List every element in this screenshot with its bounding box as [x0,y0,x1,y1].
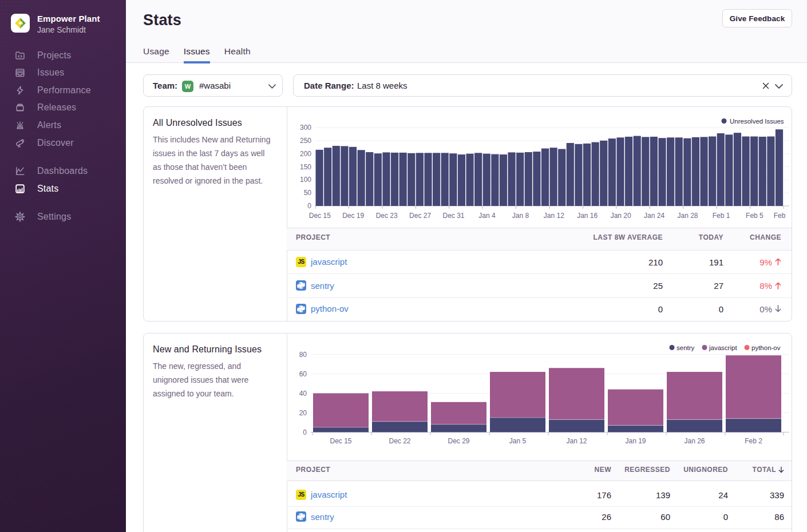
svg-text:Dec 15: Dec 15 [309,212,331,220]
svg-text:0: 0 [307,202,311,210]
svg-text:Dec 23: Dec 23 [376,212,398,220]
svg-text:Dec 19: Dec 19 [342,212,364,220]
svg-text:20: 20 [299,409,307,417]
svg-text:50: 50 [304,189,312,197]
svg-text:Jan 12: Jan 12 [566,437,587,445]
svg-text:sentry: sentry [677,344,695,351]
svg-text:Jan 20: Jan 20 [611,212,631,220]
svg-text:Dec 27: Dec 27 [409,212,431,220]
svg-text:Jan 28: Jan 28 [677,212,698,220]
svg-text:100: 100 [300,176,311,184]
svg-text:Dec 15: Dec 15 [330,437,351,445]
svg-text:Feb 2: Feb 2 [745,437,762,445]
svg-text:python-ov: python-ov [751,344,781,351]
svg-text:Jan 8: Jan 8 [512,212,529,220]
svg-text:Jan 24: Jan 24 [644,212,664,220]
svg-text:Jan 16: Jan 16 [577,212,598,220]
svg-text:Dec 29: Dec 29 [448,437,469,445]
svg-text:250: 250 [300,137,311,145]
svg-text:Jan 5: Jan 5 [509,437,527,445]
svg-text:Feb 1: Feb 1 [713,212,730,220]
svg-text:Jan 26: Jan 26 [684,437,705,445]
svg-text:40: 40 [299,390,307,398]
svg-text:150: 150 [300,163,311,171]
svg-text:Jan 4: Jan 4 [478,212,496,220]
svg-text:Feb 5: Feb 5 [746,212,764,220]
svg-text:Dec 22: Dec 22 [389,437,410,445]
svg-text:Unresolved Issues: Unresolved Issues [730,118,784,125]
svg-text:80: 80 [299,351,307,359]
svg-text:Dec 31: Dec 31 [442,212,464,220]
svg-text:Feb: Feb [774,212,786,220]
svg-text:0: 0 [303,428,307,436]
svg-text:300: 300 [300,124,311,132]
svg-text:Jan 12: Jan 12 [544,212,564,220]
svg-text:200: 200 [300,150,311,158]
svg-text:Jan 19: Jan 19 [625,437,646,445]
svg-text:60: 60 [299,370,307,378]
svg-text:javascript: javascript [709,344,737,351]
